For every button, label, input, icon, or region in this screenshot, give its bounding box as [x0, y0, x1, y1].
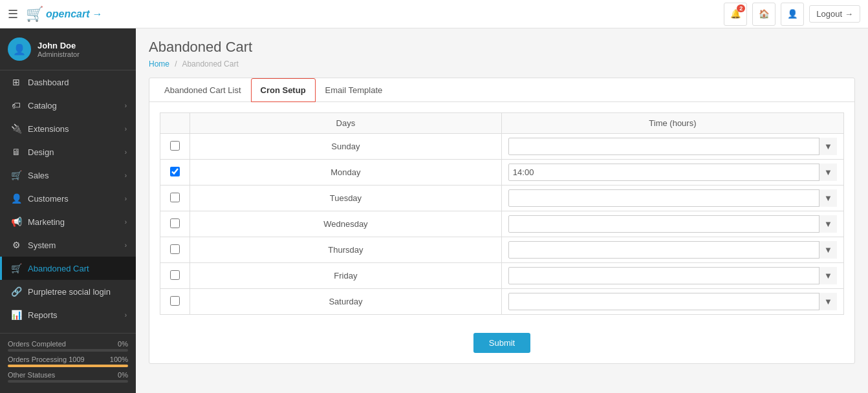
stat-orders-completed: Orders Completed 0%	[8, 340, 128, 352]
sidebar-item-label: Extensions	[28, 124, 69, 134]
logout-button[interactable]: Logout →	[809, 5, 860, 23]
sidebar-item-customers[interactable]: 👤Customers ›	[0, 187, 136, 210]
chevron-right-icon: ›	[125, 172, 127, 179]
sidebar-item-label: Reports	[28, 310, 58, 320]
catalog-icon: 🏷	[11, 100, 21, 111]
system-icon: ⚙	[11, 240, 21, 250]
chevron-right-icon: ›	[125, 195, 127, 202]
home-icon: 🏠	[759, 9, 770, 19]
sidebar-item-label: Catalog	[28, 101, 57, 111]
checkbox-friday[interactable]	[170, 270, 180, 280]
extensions-icon: 🔌	[11, 123, 21, 134]
logout-label: Logout	[816, 9, 842, 19]
notifications-button[interactable]: 🔔 2	[724, 3, 747, 26]
day-cell: Tuesday	[190, 186, 502, 211]
sidebar-item-label: Customers	[28, 194, 69, 204]
logout-arrow-icon: →	[845, 9, 853, 19]
menu-icon[interactable]: ☰	[8, 7, 18, 21]
logo-arrow: →	[92, 8, 103, 20]
topbar: ☰ 🛒 opencart → 🔔 2 🏠 👤 Logout →	[0, 0, 868, 28]
sidebar-item-dashboard[interactable]: ⊞Dashboard	[0, 70, 136, 94]
chevron-right-icon: ›	[125, 149, 127, 156]
profile-role: Administrator	[38, 50, 80, 58]
checkbox-saturday[interactable]	[170, 296, 180, 306]
time-cell: 00:0001:0002:0003:0004:0005:0006:0007:00…	[501, 237, 843, 263]
table-row: Sunday00:0001:0002:0003:0004:0005:0006:0…	[160, 134, 844, 160]
user-icon: 👤	[787, 9, 798, 19]
logo-text: opencart	[46, 8, 90, 20]
time-select-saturday[interactable]: 00:0001:0002:0003:0004:0005:0006:0007:00…	[508, 293, 837, 310]
sidebar: 👤 John Doe Administrator ⊞Dashboard 🏷Cat…	[0, 28, 136, 393]
tab-abandoned-cart-list[interactable]: Abandoned Cart List	[155, 78, 251, 102]
main-layout: 👤 John Doe Administrator ⊞Dashboard 🏷Cat…	[0, 28, 868, 393]
logo-icon: 🛒	[26, 6, 43, 23]
sidebar-item-purpletree[interactable]: 🔗Purpletree social login	[0, 280, 136, 303]
checkbox-wednesday[interactable]	[170, 218, 180, 228]
sidebar-item-label: Sales	[28, 171, 49, 180]
customers-icon: 👤	[11, 193, 21, 204]
stat-value: 100%	[110, 356, 128, 363]
main-card: Abandoned Cart List Cron Setup Email Tem…	[149, 78, 855, 364]
sidebar-item-design[interactable]: 🖥Design ›	[0, 140, 136, 164]
tab-email-template[interactable]: Email Template	[316, 78, 393, 102]
submit-row: Submit	[149, 325, 854, 363]
sidebar-item-label: Dashboard	[28, 78, 69, 87]
time-cell: 00:0001:0002:0003:0004:0005:0006:0007:00…	[501, 263, 843, 289]
profile-info: John Doe Administrator	[38, 41, 80, 58]
tab-cron-setup[interactable]: Cron Setup	[251, 78, 316, 102]
checkbox-thursday[interactable]	[170, 244, 180, 254]
time-select-monday[interactable]: 00:0001:0002:0003:0004:0005:0006:0007:00…	[508, 164, 837, 181]
topbar-left: ☰ 🛒 opencart →	[8, 6, 103, 23]
reports-icon: 📊	[11, 310, 21, 320]
submit-button[interactable]: Submit	[473, 333, 530, 353]
main-content: Abandoned Cart Home / Abandoned Cart Aba…	[136, 28, 868, 393]
stat-value: 0%	[118, 340, 128, 348]
dashboard-icon: ⊞	[11, 77, 21, 87]
logo: 🛒 opencart →	[26, 6, 103, 23]
sales-icon: 🛒	[11, 170, 21, 180]
sidebar-item-abandoned-cart[interactable]: 🛒Abandoned Cart	[0, 257, 136, 280]
checkbox-cell	[160, 186, 190, 211]
sidebar-item-label: System	[28, 240, 56, 250]
home-button[interactable]: 🏠	[752, 3, 776, 26]
breadcrumb-current: Abandoned Cart	[182, 59, 238, 69]
time-select-tuesday[interactable]: 00:0001:0002:0003:0004:0005:0006:0007:00…	[508, 189, 837, 207]
stat-value: 0%	[118, 371, 128, 379]
sidebar-item-sales[interactable]: 🛒Sales ›	[0, 164, 136, 187]
checkbox-tuesday[interactable]	[170, 193, 180, 202]
sidebar-item-extensions[interactable]: 🔌Extensions ›	[0, 117, 136, 140]
sidebar-nav: ⊞Dashboard 🏷Catalog › 🔌Extensions › 🖥Des…	[0, 70, 136, 333]
time-cell: 00:0001:0002:0003:0004:0005:0006:0007:00…	[501, 289, 843, 315]
breadcrumb-home[interactable]: Home	[149, 59, 169, 69]
day-cell: Monday	[190, 160, 502, 186]
day-cell: Friday	[190, 263, 502, 289]
tabs: Abandoned Cart List Cron Setup Email Tem…	[149, 78, 854, 102]
profile-button[interactable]: 👤	[781, 3, 804, 26]
page-title: Abandoned Cart	[149, 39, 252, 56]
stat-label: Orders Processing 1009	[8, 356, 85, 363]
stat-other-statuses: Other Statuses 0%	[8, 371, 128, 383]
checkbox-sunday[interactable]	[170, 141, 180, 151]
day-cell: Sunday	[190, 134, 502, 160]
chevron-right-icon: ›	[125, 312, 127, 319]
time-select-friday[interactable]: 00:0001:0002:0003:0004:0005:0006:0007:00…	[508, 267, 837, 284]
sidebar-item-reports[interactable]: 📊Reports ›	[0, 303, 136, 326]
table-row: Friday00:0001:0002:0003:0004:0005:0006:0…	[160, 263, 844, 289]
table-row: Monday00:0001:0002:0003:0004:0005:0006:0…	[160, 160, 844, 186]
sidebar-item-system[interactable]: ⚙System ›	[0, 233, 136, 257]
sidebar-item-label: Abandoned Cart	[28, 264, 89, 273]
day-cell: Wednesday	[190, 211, 502, 237]
sidebar-item-label: Purpletree social login	[28, 287, 111, 297]
sidebar-item-catalog[interactable]: 🏷Catalog ›	[0, 94, 136, 117]
col-time: Time (hours)	[501, 113, 843, 134]
table-row: Thursday00:0001:0002:0003:0004:0005:0006…	[160, 237, 844, 263]
sidebar-item-marketing[interactable]: 📢Marketing ›	[0, 210, 136, 233]
checkbox-monday[interactable]	[170, 167, 180, 176]
time-select-sunday[interactable]: 00:0001:0002:0003:0004:0005:0006:0007:00…	[508, 138, 837, 155]
time-select-wednesday[interactable]: 00:0001:0002:0003:0004:0005:0006:0007:00…	[508, 215, 837, 233]
time-select-thursday[interactable]: 00:0001:0002:0003:0004:0005:0006:0007:00…	[508, 241, 837, 259]
breadcrumb: Home / Abandoned Cart	[149, 59, 855, 69]
checkbox-cell	[160, 211, 190, 237]
checkbox-cell	[160, 160, 190, 186]
time-cell: 00:0001:0002:0003:0004:0005:0006:0007:00…	[501, 186, 843, 211]
